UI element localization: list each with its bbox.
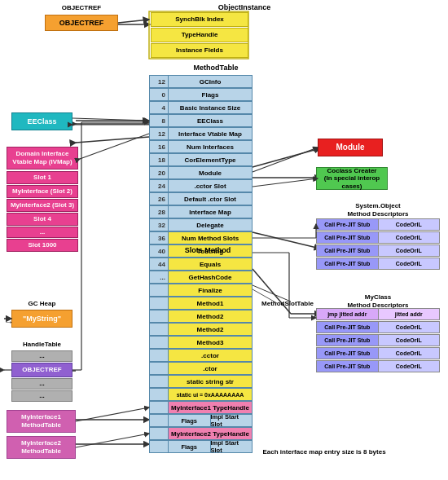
mt-row-nummethodslots: 36 Num Method Slots [149, 231, 253, 244]
handletable-dots1: ... [11, 350, 72, 362]
mt-row-delegate: 32 Delegate [149, 218, 253, 231]
synchblk-box: SynchBlk Index [151, 12, 248, 27]
sysobj-row2: Call Pre-JIT Stub CodeOrIL [316, 231, 440, 244]
mt-row-numinterfaces: 16 Num Interfaces [149, 140, 253, 153]
myclass-row1: jmp jitted addr jitted addr [316, 308, 440, 320]
mt-row-if2typehandle: MyInterface2 TypeHandle [149, 427, 253, 440]
mt-row-if2flags: Flags Impl Start Slot [149, 440, 253, 453]
mt-row-finalize: Finalize [149, 284, 253, 297]
handletable-objectref: OBJECTREF [11, 363, 72, 377]
myclass-row4: Call Pre-JIT Stub CodeOrIL [316, 347, 440, 359]
myclass-row5: Call Pre-JIT Stub CodeOrIL [316, 360, 440, 372]
methodtable-title: MethodTable [183, 64, 248, 72]
mt-row-module: 20 Module [149, 166, 253, 179]
mt-row-equals: 44 Equals [149, 258, 253, 271]
svg-line-9 [253, 285, 291, 302]
myinterface2-slot3-box: MyInterface2 (Slot 3) [7, 199, 78, 212]
mt-row-ctor: .ctor [149, 362, 253, 375]
mt-row-basicsize: 4 Basic Instance Size [149, 101, 253, 114]
mt-row-method2a: Method2 [149, 310, 253, 323]
mt-row-ifacemap: 28 Interface Map [149, 205, 253, 218]
myinterface1-mt-box: MyInterface1 MethodTable [7, 410, 76, 433]
typehandle-box: TypeHandle [151, 28, 248, 42]
interop-note: Each interface map entry size is 8 bytes [259, 448, 389, 456]
svg-line-32 [76, 407, 149, 421]
coclass-box: Coclass Creater(In special interop cases… [316, 167, 388, 190]
methodslottable-label: MethodSlotTable [259, 300, 316, 307]
handletable-dots3: ... [11, 390, 72, 402]
mt-row-method2b: Method2 [149, 323, 253, 336]
myclass-title: MyClassMethod Descriptors [316, 293, 440, 309]
mt-row-eeclass: 8 EEClass [149, 114, 253, 127]
mt-row-method1: Method1 [149, 297, 253, 310]
sysobj-row3: Call Pre-JIT Stub CodeOrIL [316, 244, 440, 257]
instancefields-box: Instance Fields [151, 43, 248, 58]
slot4-box: Slot 4 [7, 213, 78, 226]
objectinstance-title: ObjectInstance [204, 3, 285, 11]
mystring-box: "MyString" [11, 310, 72, 328]
slot1000-box: Slot 1000 [7, 239, 78, 252]
slots-method-label: Slots Method [155, 246, 261, 254]
svg-line-6 [253, 232, 320, 249]
sysobj-descriptors: Call Pre-JIT Stub CodeOrIL Call Pre-JIT … [316, 218, 440, 270]
mt-row-flags: 0 Flags [149, 88, 253, 101]
svg-line-4 [253, 148, 320, 167]
gcheap-title: GC Heap [11, 300, 72, 307]
objectref-label: OBJECTREF [45, 4, 118, 11]
mt-row-defaultctor: 26 Default .ctor Slot [149, 192, 253, 205]
svg-line-18 [80, 134, 149, 159]
svg-line-33 [76, 434, 149, 447]
sysobj-title: System.ObjectMethod Descriptors [316, 202, 440, 218]
objectref-box: OBJECTREF [45, 15, 118, 31]
mt-row-gethashcode: ... GetHashCode [149, 271, 253, 284]
mt-row-method3: Method3 [149, 336, 253, 349]
mt-row-coreltype: 18 CorElementType [149, 153, 253, 166]
mt-row-ivtablemap: 12 Interface Vtable Map [149, 127, 253, 140]
mt-row-cctorslot: 24 .cctor Slot [149, 179, 253, 192]
svg-line-19 [253, 148, 318, 172]
gcheap-arrow: → [4, 316, 14, 328]
mt-row-if1typehandle: MyInterface1 TypeHandle [149, 401, 253, 414]
handletable-dots2: ... [11, 378, 72, 390]
svg-line-3 [76, 137, 149, 143]
eeclass-box: EEClass [11, 112, 72, 130]
myclass-row3: Call Pre-JIT Stub CodeOrIL [316, 334, 440, 346]
module-box: Module [318, 139, 383, 156]
domain-interface-box: Domain InterfaceVtable Map (IVMap) [7, 147, 78, 170]
mt-row-if1flags: Flags Impl Start Slot [149, 414, 253, 427]
mt-row-staticstr: static string str [149, 375, 253, 388]
sysobj-row1: Call Pre-JIT Stub CodeOrIL [316, 218, 440, 231]
mt-row-staticui: static ui = 0xAAAAAAAA [149, 388, 253, 401]
svg-line-16 [72, 118, 149, 121]
dots-box: ... [7, 227, 78, 238]
myinterface-slot2-box: MyInterface (Slot 2) [7, 185, 78, 198]
myclass-descriptors: jmp jitted addr jitted addr Call Pre-JIT… [316, 308, 440, 372]
sysobj-row4: Call Pre-JIT Stub CodeOrIL [316, 258, 440, 270]
svg-line-20 [253, 178, 318, 187]
myinterface2-mt-box: MyInterface2 MethodTable [7, 436, 76, 459]
svg-line-15 [118, 20, 149, 23]
slot1-box: Slot 1 [7, 171, 78, 184]
handletable-title: HandleTable [11, 341, 72, 348]
mt-row-cctor: .cctor [149, 349, 253, 362]
myclass-row2: Call Pre-JIT Stub CodeOrIL [316, 321, 440, 333]
mt-row-gcinfo: 12 GCInfo [149, 75, 253, 88]
